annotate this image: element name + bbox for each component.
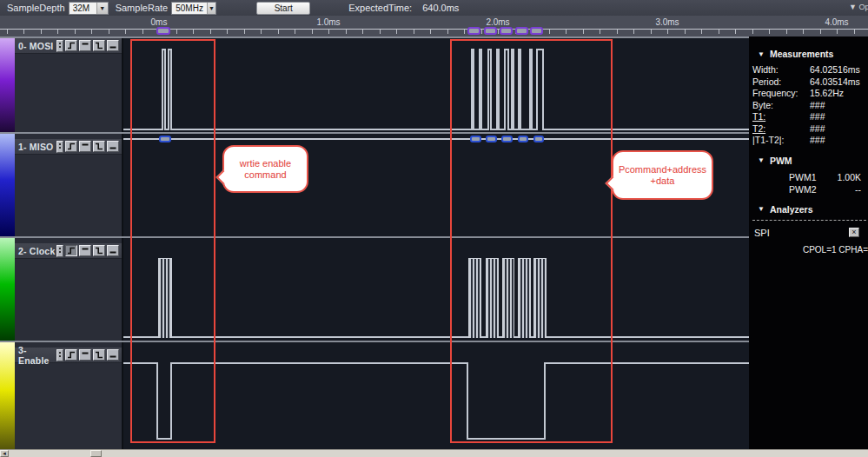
- channel-handle-button[interactable]: [56, 141, 63, 153]
- time-label: 2.0ms: [486, 17, 509, 27]
- ruler-tick: [583, 30, 584, 34]
- sample-depth-select[interactable]: 32M ▼: [69, 2, 109, 15]
- measurement-row: T2:###: [752, 123, 866, 136]
- signal-pulse: [518, 49, 521, 130]
- measurements-section-header[interactable]: ▼ Measurements: [758, 49, 866, 59]
- signal-low-segment: [467, 438, 546, 440]
- signal-pulse: [504, 49, 509, 130]
- ruler-tick: [464, 30, 465, 34]
- waveform-enable[interactable]: [122, 342, 749, 449]
- channel-color-strip: [0, 238, 15, 341]
- byte-marker[interactable]: [159, 136, 171, 142]
- trigger-falling-edge-button[interactable]: [93, 349, 105, 361]
- ruler-tick: [803, 30, 804, 34]
- channel-color-strip: [0, 134, 15, 236]
- trigger-falling-edge-button[interactable]: [93, 40, 105, 51]
- signal-pulse: [496, 49, 500, 130]
- spi-analyzer-row[interactable]: SPI ×: [752, 226, 866, 240]
- expected-time-label: ExpectedTime:: [348, 3, 412, 13]
- trigger-high-edge-button[interactable]: [79, 141, 91, 152]
- trigger-falling-edge-button[interactable]: [93, 245, 105, 256]
- trigger-low-edge-button[interactable]: [107, 141, 119, 152]
- analyzers-section-header[interactable]: ▼ Analyzers: [758, 204, 866, 215]
- signal-high-segment: [123, 362, 156, 364]
- ruler-tick: [447, 30, 448, 34]
- capture-marker[interactable]: [484, 27, 497, 35]
- measurement-label[interactable]: T2:: [752, 123, 810, 136]
- scroll-left-arrow-icon[interactable]: ◄: [0, 450, 9, 457]
- ruler-tick: [735, 30, 736, 34]
- logic-analyzer-app: SampleDepth 32M ▼ SampleRate 50MHz ▼ Sta…: [0, 0, 868, 457]
- dropdown-arrow-icon[interactable]: ▼: [207, 3, 215, 14]
- byte-marker[interactable]: [518, 136, 528, 142]
- ruler-tick: [617, 30, 618, 34]
- ruler-tick: [685, 30, 686, 34]
- trigger-low-edge-button[interactable]: [107, 245, 119, 256]
- dropdown-arrow-icon[interactable]: ▼: [96, 3, 108, 14]
- measurement-row: Frequency:15.62Hz: [752, 88, 866, 100]
- pwm-row: PWM2--: [752, 183, 866, 195]
- capture-marker[interactable]: [515, 27, 528, 35]
- trigger-falling-edge-button[interactable]: [93, 141, 105, 152]
- measurement-label[interactable]: T1:: [752, 111, 810, 123]
- channel-handle-button[interactable]: [56, 245, 63, 257]
- trigger-rising-edge-button[interactable]: [65, 349, 77, 361]
- ruler-tick: [854, 30, 855, 34]
- ruler-baseline: [0, 29, 868, 30]
- capture-marker[interactable]: [467, 27, 480, 35]
- horizontal-scrollbar[interactable]: ◄: [0, 449, 868, 457]
- sample-rate-select[interactable]: 50MHz ▼: [171, 2, 216, 15]
- waveform-miso[interactable]: [122, 134, 749, 236]
- pwm-section-header[interactable]: ▼ PWM: [758, 156, 866, 166]
- channel-buttons: [56, 141, 119, 153]
- ruler-tick: [633, 30, 634, 34]
- measurement-label: Byte:: [752, 100, 810, 112]
- channel-handle-button[interactable]: [56, 349, 63, 361]
- falling-edge-icon: [95, 247, 103, 255]
- options-collapse-toggle[interactable]: ▼ Op: [849, 3, 868, 11]
- rising-edge-icon: [67, 351, 76, 359]
- measurement-row: Byte:###: [752, 100, 866, 112]
- trigger-low-edge-button[interactable]: [107, 349, 119, 361]
- measurement-label: Frequency:: [752, 88, 810, 100]
- channel-handle-button[interactable]: [56, 40, 63, 52]
- ruler-tick: [278, 30, 279, 34]
- close-icon[interactable]: ×: [849, 228, 859, 237]
- low-edge-icon: [109, 247, 117, 255]
- capture-marker[interactable]: [530, 27, 543, 35]
- ruler-tick: [786, 30, 787, 34]
- capture-marker[interactable]: [156, 27, 170, 35]
- waveform-clock[interactable]: [122, 238, 749, 341]
- ruler-tick: [701, 30, 702, 34]
- collapse-triangle-icon[interactable]: ▼: [758, 156, 765, 164]
- start-button[interactable]: Start: [256, 2, 310, 15]
- scrollbar-thumb[interactable]: [90, 450, 102, 457]
- byte-marker[interactable]: [470, 136, 481, 142]
- trigger-rising-edge-button[interactable]: [65, 141, 77, 152]
- trigger-rising-edge-button[interactable]: [65, 40, 77, 51]
- ruler-tick: [430, 30, 431, 34]
- measurement-value: 64.02516ms: [810, 64, 866, 76]
- channel-name: 1- MISO: [18, 142, 56, 152]
- byte-marker[interactable]: [533, 136, 544, 142]
- timeline-ruler[interactable]: 0ms1.0ms2.0ms3.0ms4.0ms: [0, 16, 868, 36]
- trigger-high-edge-button[interactable]: [79, 349, 91, 361]
- collapse-triangle-icon[interactable]: ▼: [758, 205, 765, 213]
- capture-marker[interactable]: [500, 27, 513, 35]
- signal-pulse: [511, 49, 514, 130]
- waveform-mosi[interactable]: [122, 38, 749, 132]
- ruler-tick: [23, 30, 24, 34]
- byte-marker[interactable]: [501, 136, 513, 142]
- measurement-label: Width:: [752, 64, 810, 76]
- byte-marker[interactable]: [486, 136, 497, 142]
- measurement-row: Period:64.03514ms: [752, 76, 866, 89]
- measurement-value: 64.03514ms: [810, 76, 866, 89]
- collapse-triangle-icon[interactable]: ▼: [758, 50, 765, 58]
- channel-row-enable: 3- Enable: [0, 341, 749, 449]
- trigger-high-edge-button[interactable]: [79, 245, 91, 256]
- trigger-high-edge-button[interactable]: [79, 40, 91, 51]
- ruler-tick: [769, 30, 770, 34]
- trigger-low-edge-button[interactable]: [107, 40, 119, 51]
- low-edge-icon: [109, 142, 117, 150]
- trigger-rising-edge-button[interactable]: [65, 245, 77, 256]
